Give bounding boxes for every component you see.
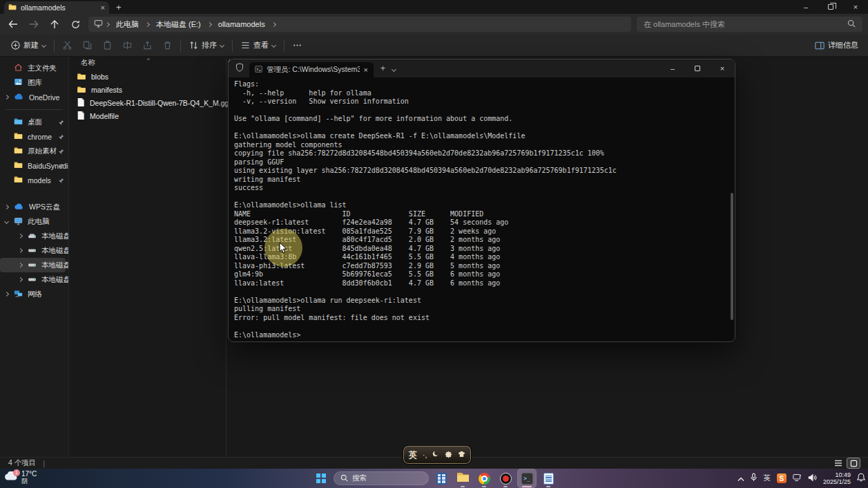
chevron-right-icon[interactable] (18, 248, 23, 253)
admin-shield-icon (235, 62, 244, 75)
sidebar-item-wps-cloud[interactable]: WPS云盘 (0, 200, 68, 214)
more-options-button[interactable] (287, 37, 307, 55)
sidebar-item-raw-assets[interactable]: 原始素材 (0, 144, 68, 158)
terminal-minimize-button[interactable]: – (660, 59, 685, 77)
sidebar-item-models[interactable]: models (0, 173, 68, 187)
sidebar-item-baidusyncdisk[interactable]: BaiduSyncdisk (0, 158, 68, 173)
sidebar-item-drive-d[interactable]: 本地磁盘 (D:) (0, 243, 68, 258)
terminal-tab-dropdown-button[interactable] (392, 64, 396, 73)
copy-button[interactable] (77, 37, 97, 55)
notification-bell-icon[interactable] (857, 472, 865, 485)
back-button[interactable] (3, 15, 23, 33)
taskbar-app-recorder[interactable] (496, 469, 514, 487)
rename-button[interactable] (117, 37, 137, 55)
terminal-output[interactable]: Flags: -h, --help help for ollama -v, --… (234, 80, 726, 339)
drive-icon (28, 247, 37, 255)
details-view-button[interactable] (832, 458, 845, 468)
record-icon (500, 473, 512, 485)
window-minimize-button[interactable]: – (793, 0, 818, 14)
sidebar-item-network[interactable]: 网络 (0, 287, 68, 301)
sidebar-item-chrome[interactable]: chrome (0, 129, 68, 144)
taskbar-clock[interactable]: 10:49 2025/1/25 (823, 471, 851, 485)
chevron-right-icon[interactable] (4, 292, 9, 297)
terminal-maximize-button[interactable] (685, 59, 710, 77)
breadcrumb-ollamamodels[interactable]: ollamamodels (214, 20, 269, 28)
sogou-input-icon[interactable]: S (777, 473, 787, 483)
home-icon (14, 63, 23, 73)
paste-button[interactable] (97, 37, 117, 55)
sort-button[interactable]: 排序 (184, 37, 229, 55)
sidebar-item-onedrive[interactable]: OneDrive (0, 90, 68, 104)
cut-button[interactable] (57, 37, 77, 55)
sidebar-item-drive-f[interactable]: 本地磁盘 (F:) (0, 272, 68, 287)
details-pane-button[interactable]: 详细信息 (815, 40, 862, 50)
chevron-right-icon[interactable] (4, 95, 9, 100)
terminal-new-tab-button[interactable]: + (380, 64, 385, 73)
taskbar-app-notepad[interactable] (539, 469, 557, 487)
refresh-button[interactable] (65, 15, 86, 33)
up-button[interactable] (44, 15, 65, 33)
sidebar-item-drive-c[interactable]: 本地磁盘 (C:) (0, 229, 68, 243)
view-button[interactable]: 查看 (235, 37, 281, 55)
terminal-scrollbar[interactable] (731, 193, 733, 320)
sort-ascending-icon: ^ (147, 57, 150, 63)
sidebar-item-gallery[interactable]: 图库 (0, 75, 68, 90)
breadcrumb[interactable]: 此电脑 本地磁盘 (E:) ollamamodels (88, 17, 631, 32)
chevron-right-icon[interactable] (18, 277, 23, 282)
tab-close-icon[interactable]: × (101, 4, 105, 12)
taskbar: 1 17°C 阴 搜索 (0, 469, 868, 488)
taskbar-app-calculator[interactable] (432, 469, 450, 487)
navigation-pane: 主文件夹 图库 OneDrive 桌面 chrome 原始素材 (0, 57, 69, 457)
taskbar-app-chrome[interactable] (475, 469, 493, 487)
ime-punctuation-icon[interactable]: ·, (423, 451, 427, 459)
sidebar-item-this-pc[interactable]: 此电脑 (0, 214, 68, 229)
tray-chevron-up-icon[interactable] (737, 472, 744, 485)
pin-icon (58, 133, 64, 142)
terminal-title-bar[interactable]: 管理员: C:\Windows\System32 × + – × (229, 59, 735, 77)
taskbar-weather-widget[interactable]: 1 17°C 阴 (4, 470, 37, 485)
chevron-right-icon[interactable] (18, 263, 23, 268)
start-button[interactable] (312, 469, 330, 487)
taskbar-app-terminal[interactable]: >_ (518, 469, 536, 487)
explorer-tab[interactable]: ollamamodels × (4, 1, 109, 14)
taskbar-app-file-explorer[interactable] (454, 469, 472, 487)
sidebar-item-drive-e[interactable]: 本地磁盘 (E:) (0, 258, 66, 272)
ime-toolbar[interactable]: 英 ·, (403, 445, 472, 464)
ime-skin-icon[interactable] (458, 451, 465, 459)
column-header-name[interactable]: 名称 (81, 58, 95, 68)
ime-language-toggle[interactable]: 英 (409, 449, 417, 461)
terminal-tab-close-icon[interactable]: × (364, 66, 368, 74)
terminal-tab-title: 管理员: C:\Windows\System32 (267, 65, 360, 75)
microphone-icon[interactable] (751, 472, 757, 485)
weather-temperature: 17°C (21, 470, 37, 478)
chevron-right-icon[interactable] (4, 205, 9, 209)
sidebar-item-home[interactable]: 主文件夹 (0, 61, 68, 75)
large-icons-view-button[interactable] (847, 458, 860, 468)
new-button[interactable]: 新建 (6, 37, 51, 55)
search-input[interactable]: 在 ollamamodels 中搜索 (637, 17, 862, 32)
search-placeholder: 在 ollamamodels 中搜索 (644, 19, 847, 30)
speaker-icon[interactable] (808, 472, 817, 485)
terminal-close-button[interactable]: × (710, 59, 735, 77)
new-tab-button[interactable]: + (116, 2, 122, 12)
chevron-right-icon[interactable] (18, 234, 23, 238)
terminal-tab[interactable]: 管理员: C:\Windows\System32 × (249, 62, 374, 77)
share-button[interactable] (137, 37, 157, 55)
cast-display-icon[interactable] (793, 472, 802, 485)
window-restore-button[interactable] (818, 0, 843, 14)
forward-button[interactable] (23, 15, 44, 33)
desktop-folder-icon (14, 117, 23, 127)
command-bar: 新建 排序 查看 (0, 35, 868, 57)
sidebar-item-desktop[interactable]: 桌面 (0, 115, 68, 129)
breadcrumb-this-pc[interactable]: 此电脑 (112, 19, 143, 30)
taskbar-search-box[interactable]: 搜索 (334, 471, 429, 485)
clock-time: 10:49 (823, 471, 851, 478)
breadcrumb-drive-e[interactable]: 本地磁盘 (E:) (152, 19, 205, 30)
delete-button[interactable] (157, 37, 177, 55)
ime-moon-icon[interactable] (432, 451, 439, 459)
sidebar-divider (6, 109, 63, 110)
ime-mode-indicator[interactable]: 英 (763, 473, 771, 483)
window-close-button[interactable]: × (843, 0, 868, 14)
ime-settings-gear-icon[interactable] (445, 451, 452, 460)
chevron-down-icon[interactable] (4, 219, 9, 224)
